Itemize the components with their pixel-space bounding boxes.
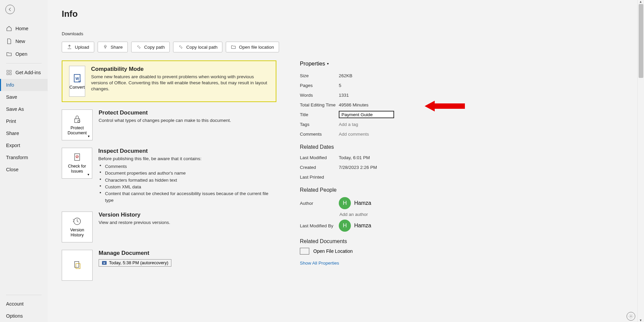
history-icon <box>72 216 82 226</box>
title-input[interactable] <box>339 111 394 118</box>
link-icon <box>136 44 142 50</box>
prop-key: Pages <box>300 83 339 88</box>
prop-key: Tags <box>300 122 339 127</box>
inspect-item: Comments <box>98 163 276 170</box>
prop-value: 5 <box>339 83 341 88</box>
protect-title: Protect Document <box>99 109 231 116</box>
button-label: Copy path <box>144 45 165 50</box>
nav-label: Print <box>6 119 16 124</box>
settings-gear[interactable] <box>627 312 635 321</box>
nav-label: Close <box>6 167 18 172</box>
nav-label: Share <box>6 131 19 136</box>
svg-point-9 <box>76 155 78 158</box>
svg-rect-12 <box>76 264 80 269</box>
scroll-thumb[interactable] <box>639 4 643 78</box>
related-documents-header: Related Documents <box>300 238 468 244</box>
separator <box>6 295 42 295</box>
inspect-icon <box>72 152 82 163</box>
nav-share[interactable]: Share <box>0 127 48 139</box>
manage-title: Manage Document <box>99 250 171 257</box>
nav-print[interactable]: Print <box>0 115 48 127</box>
scroll-down-icon[interactable]: ▼ <box>639 319 643 322</box>
version-desc: View and restore previous versions. <box>99 220 170 226</box>
autorecovery-badge[interactable]: W Today, 5:38 PM (autorecovery) <box>99 259 171 267</box>
nav-label: Get Add-ins <box>15 70 41 75</box>
word-doc-icon: W <box>72 73 82 83</box>
compatibility-panel: W Convert Compatibility Mode Some new fe… <box>62 60 276 102</box>
manage-doc-icon <box>72 260 82 270</box>
nav-label: Info <box>6 82 14 88</box>
author-name: Hamza <box>354 200 371 206</box>
back-button[interactable] <box>5 5 15 14</box>
tile-label: Version History <box>62 228 92 238</box>
svg-rect-3 <box>10 73 11 75</box>
prop-value: 7/28/2023 2:26 PM <box>339 165 377 170</box>
page-title: Info <box>62 9 644 19</box>
tile-label: Convert <box>69 85 85 90</box>
nav-new[interactable]: New <box>0 35 48 48</box>
nav-label: Account <box>6 301 23 307</box>
show-all-properties-link[interactable]: Show All Properties <box>300 261 339 266</box>
gear-icon <box>628 314 634 319</box>
main-content: Info Downloads Upload Share Copy path Co… <box>48 0 644 322</box>
inspect-lead: Before publishing this file, be aware th… <box>98 156 276 162</box>
tags-field[interactable]: Add a tag <box>339 122 358 127</box>
nav-export[interactable]: Export <box>0 139 48 151</box>
inspect-item: Characters formatted as hidden text <box>98 177 276 184</box>
share-icon <box>103 44 108 50</box>
manage-document-tile[interactable] <box>62 250 93 281</box>
prop-key: Words <box>300 93 339 98</box>
location-text: Downloads <box>62 31 644 36</box>
avatar[interactable]: H <box>339 220 351 232</box>
open-file-location-button[interactable]: Open file location <box>226 42 279 52</box>
nav-info[interactable]: Info <box>0 79 48 91</box>
modby-name: Hamza <box>354 223 371 229</box>
prop-key: Created <box>300 165 339 170</box>
nav-label: Options <box>6 313 23 319</box>
prop-value: 1331 <box>339 93 349 98</box>
nav-home[interactable]: Home <box>0 22 48 35</box>
scroll-up-icon[interactable]: ▲ <box>639 0 643 3</box>
nav-close[interactable]: Close <box>0 164 48 176</box>
prop-value: 49586 Minutes <box>339 102 369 107</box>
nav-label: Save As <box>6 106 24 112</box>
prop-key: Last Printed <box>300 175 339 180</box>
convert-tile[interactable]: W Convert <box>69 66 85 97</box>
check-issues-tile[interactable]: Check for Issues ▾ <box>62 148 92 179</box>
arrow-left-icon <box>8 7 12 12</box>
nav-saveas[interactable]: Save As <box>0 103 48 115</box>
inspect-title: Inspect Document <box>98 148 276 154</box>
document-icon <box>6 38 12 44</box>
prop-key: Last Modified <box>300 155 339 160</box>
nav-label: Open <box>15 51 27 57</box>
prop-key: Author <box>300 201 339 206</box>
protect-document-tile[interactable]: Protect Document ▾ <box>62 109 93 140</box>
nav-transform[interactable]: Transform <box>0 151 48 164</box>
prop-key: Total Editing Time <box>300 102 339 107</box>
nav-account[interactable]: Account <box>0 298 48 310</box>
avatar[interactable]: H <box>339 197 351 209</box>
prop-key: Last Modified By <box>300 223 339 228</box>
nav-label: Home <box>15 26 29 31</box>
folder-icon <box>300 248 309 255</box>
nav-addins[interactable]: Get Add-ins <box>0 66 48 79</box>
nav-label: New <box>15 39 25 44</box>
version-history-tile[interactable]: Version History <box>62 212 93 242</box>
nav-save[interactable]: Save <box>0 91 48 103</box>
copy-path-button[interactable]: Copy path <box>131 42 170 52</box>
comments-field[interactable]: Add comments <box>339 132 369 137</box>
share-button[interactable]: Share <box>98 42 128 52</box>
open-file-location-link[interactable]: Open File Location <box>300 248 468 255</box>
autorecovery-text: Today, 5:38 PM (autorecovery) <box>109 260 168 265</box>
copy-local-path-button[interactable]: Copy local path <box>173 42 222 52</box>
svg-rect-2 <box>7 73 8 75</box>
nav-open[interactable]: Open <box>0 48 48 60</box>
vertical-scrollbar[interactable]: ▲ ▼ <box>637 0 644 322</box>
add-author-field[interactable]: Add an author <box>339 212 468 217</box>
link-icon <box>178 44 183 50</box>
upload-button[interactable]: Upload <box>62 42 94 52</box>
inspect-item: Content that cannot be checked for acces… <box>98 190 276 204</box>
nav-options[interactable]: Options <box>0 310 48 322</box>
properties-dropdown[interactable]: Properties ▾ <box>300 60 329 67</box>
related-people-header: Related People <box>300 187 468 193</box>
